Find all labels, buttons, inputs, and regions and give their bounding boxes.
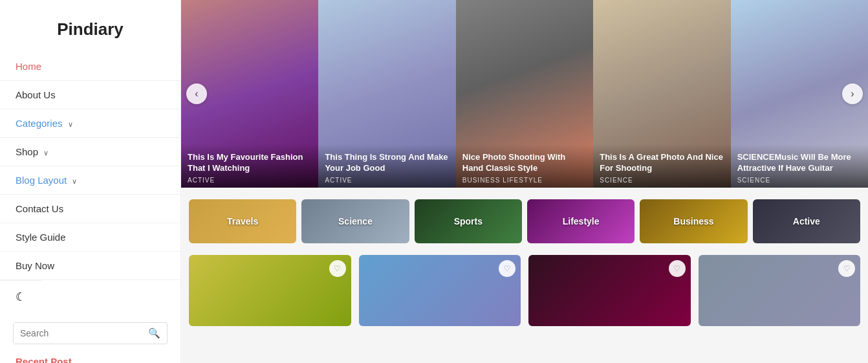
search-box: 🔍 bbox=[13, 322, 168, 344]
category-pill-active[interactable]: Active bbox=[753, 199, 860, 243]
category-label: Active bbox=[793, 216, 820, 226]
article-card-image bbox=[699, 255, 861, 326]
carousel-item-category: SCIENCE bbox=[737, 177, 862, 184]
category-pill-business[interactable]: Business bbox=[640, 199, 747, 243]
category-label: Business bbox=[673, 216, 713, 226]
sidebar-item-style-guide[interactable]: Style Guide bbox=[0, 223, 180, 252]
category-section: TravelsScienceSportsLifestyleBusinessAct… bbox=[181, 188, 868, 250]
sidebar-link-categories[interactable]: Categories ∨ bbox=[0, 109, 180, 137]
category-pill-science[interactable]: Science bbox=[301, 199, 409, 243]
article-card[interactable]: ♡ bbox=[699, 255, 861, 326]
sidebar-link-blog-layout[interactable]: Blog Layout ∨ bbox=[0, 166, 180, 194]
carousel-item-category: BUSINESS LIFESTYLE bbox=[462, 177, 587, 184]
carousel-item-category: ACTIVE bbox=[188, 177, 312, 184]
article-card-image bbox=[528, 255, 691, 326]
article-card-image bbox=[189, 255, 351, 326]
article-grid: ♡ ♡ ♡ ♡ bbox=[181, 250, 868, 333]
category-label: Lifestyle bbox=[563, 216, 600, 226]
carousel-item[interactable]: Nice Photo Shooting With Hand Classic St… bbox=[456, 0, 593, 188]
chevron-down-icon: ∨ bbox=[72, 177, 77, 185]
sidebar: Pindiary Home About Us Categories ∨ Shop… bbox=[0, 0, 181, 363]
category-label: Science bbox=[338, 216, 373, 226]
category-pill-lifestyle[interactable]: Lifestyle bbox=[527, 199, 635, 243]
sidebar-item-contact[interactable]: Contact Us bbox=[0, 195, 180, 223]
carousel-item-category: ACTIVE bbox=[325, 177, 449, 184]
carousel-items: This Is My Favourite Fashion That I Watc… bbox=[181, 0, 868, 188]
sidebar-item-categories[interactable]: Categories ∨ bbox=[0, 109, 180, 138]
sidebar-item-shop[interactable]: Shop ∨ bbox=[0, 138, 180, 166]
sidebar-link-buy-now[interactable]: Buy Now bbox=[0, 252, 180, 280]
site-logo: Pindiary bbox=[0, 13, 180, 52]
carousel-item[interactable]: This Is A Great Photo And Nice For Shoot… bbox=[593, 0, 730, 188]
carousel-item[interactable]: This Thing Is Strong And Make Your Job G… bbox=[318, 0, 455, 188]
heart-button[interactable]: ♡ bbox=[838, 260, 855, 277]
carousel-item-title: This Is A Great Photo And Nice For Shoot… bbox=[600, 152, 724, 174]
search-input[interactable] bbox=[14, 323, 142, 344]
sidebar-nav: Home About Us Categories ∨ Shop ∨ Blog L… bbox=[0, 52, 180, 280]
carousel-item-overlay: This Thing Is Strong And Make Your Job G… bbox=[318, 144, 455, 188]
carousel-next-button[interactable]: › bbox=[842, 83, 863, 104]
heart-button[interactable]: ♡ bbox=[499, 260, 515, 277]
category-label: Sports bbox=[454, 216, 483, 226]
sidebar-link-style-guide[interactable]: Style Guide bbox=[0, 223, 180, 251]
sidebar-link-shop[interactable]: Shop ∨ bbox=[0, 138, 180, 166]
article-card-image bbox=[359, 255, 521, 326]
carousel-item-overlay: This Is My Favourite Fashion That I Watc… bbox=[181, 144, 318, 188]
category-pill-sports[interactable]: Sports bbox=[415, 199, 522, 243]
article-card[interactable]: ♡ bbox=[528, 255, 691, 326]
carousel-item-title: This Thing Is Strong And Make Your Job G… bbox=[325, 152, 449, 174]
carousel-item-title: Nice Photo Shooting With Hand Classic St… bbox=[462, 152, 587, 174]
carousel-prev-button[interactable]: ‹ bbox=[186, 83, 207, 104]
chevron-down-icon: ∨ bbox=[68, 120, 73, 128]
article-card[interactable]: ♡ bbox=[189, 255, 351, 326]
carousel-item-title: SCIENCEMusic Will Be More Attractive If … bbox=[737, 152, 862, 174]
dark-mode-toggle[interactable]: ☾ bbox=[0, 280, 41, 313]
search-button[interactable]: 🔍 bbox=[142, 324, 167, 343]
carousel-item-category: SCIENCE bbox=[600, 177, 724, 184]
sidebar-item-home[interactable]: Home bbox=[0, 52, 180, 81]
sidebar-item-blog-layout[interactable]: Blog Layout ∨ bbox=[0, 166, 180, 195]
sidebar-link-home[interactable]: Home bbox=[0, 52, 180, 80]
carousel-item-overlay: This Is A Great Photo And Nice For Shoot… bbox=[593, 144, 730, 188]
recent-post-heading: Recent Post bbox=[0, 344, 87, 363]
carousel-section: ‹ This Is My Favourite Fashion That I Wa… bbox=[181, 0, 868, 188]
category-pill-travels[interactable]: Travels bbox=[189, 199, 296, 243]
carousel-item-title: This Is My Favourite Fashion That I Watc… bbox=[188, 152, 312, 174]
article-card[interactable]: ♡ bbox=[359, 255, 521, 326]
category-label: Travels bbox=[227, 216, 258, 226]
carousel-item-overlay: Nice Photo Shooting With Hand Classic St… bbox=[456, 144, 593, 188]
chevron-down-icon: ∨ bbox=[43, 149, 49, 157]
sidebar-link-contact[interactable]: Contact Us bbox=[0, 195, 180, 223]
heart-button[interactable]: ♡ bbox=[669, 260, 686, 277]
sidebar-item-about[interactable]: About Us bbox=[0, 81, 180, 109]
search-icon: 🔍 bbox=[148, 327, 160, 338]
main-content: ‹ This Is My Favourite Fashion That I Wa… bbox=[181, 0, 868, 363]
sidebar-link-about[interactable]: About Us bbox=[0, 81, 180, 109]
heart-button[interactable]: ♡ bbox=[329, 260, 346, 277]
carousel-item-overlay: SCIENCEMusic Will Be More Attractive If … bbox=[731, 144, 868, 188]
sidebar-item-buy-now[interactable]: Buy Now bbox=[0, 252, 180, 280]
